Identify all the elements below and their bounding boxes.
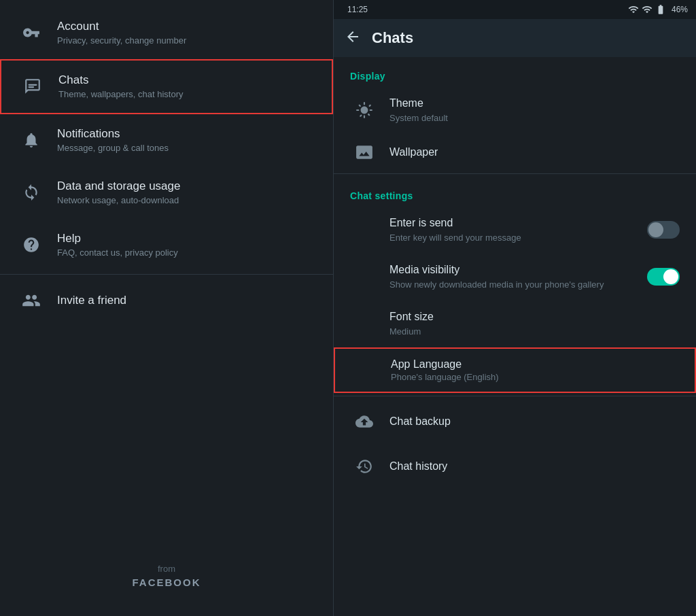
data-storage-text: Data and storage usage Network usage, au… (57, 179, 317, 207)
help-icon (16, 236, 46, 254)
status-icons: 46% (628, 4, 688, 15)
theme-text: Theme System default (389, 97, 680, 124)
account-subtitle: Privacy, security, change number (57, 35, 317, 47)
chat-history-title: Chat history (389, 460, 680, 474)
help-text: Help FAQ, contact us, privacy policy (57, 231, 317, 259)
enter-is-send-subtitle: Enter key will send your message (389, 232, 647, 244)
from-facebook-footer: from FACEBOOK (0, 543, 333, 616)
wallpaper-text: Wallpaper (389, 146, 680, 160)
svg-rect-0 (29, 84, 37, 86)
chat-settings-section-label: Chat settings (334, 177, 696, 207)
wifi-icon (642, 4, 652, 15)
app-language-subtitle: Phone's language (English) (391, 372, 678, 382)
left-settings-panel: Account Privacy, security, change number… (0, 0, 333, 616)
page-title: Chats (372, 29, 413, 47)
data-storage-title: Data and storage usage (57, 179, 317, 194)
theme-subtitle: System default (389, 112, 680, 124)
wallpaper-title: Wallpaper (389, 146, 680, 160)
people-icon (16, 291, 46, 310)
left-divider (0, 274, 333, 275)
chats-subtitle: Theme, wallpapers, chat history (58, 89, 315, 101)
media-visibility-item[interactable]: Media visibility Show newly downloaded m… (334, 254, 696, 301)
chats-title: Chats (58, 73, 315, 88)
svg-rect-1 (29, 86, 35, 88)
enter-is-send-text: Enter is send Enter key will send your m… (389, 216, 647, 244)
media-visibility-subtitle: Show newly downloaded media in your phon… (389, 279, 647, 291)
media-visibility-toggle[interactable] (647, 268, 680, 286)
data-storage-subtitle: Network usage, auto-download (57, 195, 317, 207)
font-size-title: Font size (389, 310, 680, 324)
data-icon (16, 184, 46, 201)
invite-title: Invite a friend (57, 294, 126, 307)
right-panel-header: Chats (334, 19, 696, 57)
status-time: 11:25 (347, 5, 368, 14)
chat-backup-title: Chat backup (389, 415, 680, 429)
key-icon (16, 24, 46, 41)
right-chats-settings-panel: 11:25 46% Chats Display (333, 0, 696, 616)
help-subtitle: FAQ, contact us, privacy policy (57, 247, 317, 259)
upload-icon (350, 413, 379, 430)
account-title: Account (57, 19, 317, 34)
font-size-item[interactable]: Font size Medium (334, 301, 696, 347)
account-text: Account Privacy, security, change number (57, 19, 317, 47)
signal-icon (628, 4, 639, 15)
chat-backup-text: Chat backup (389, 415, 680, 429)
chat-icon (18, 78, 48, 95)
notifications-subtitle: Message, group & call tones (57, 143, 317, 154)
enter-is-send-toggle[interactable] (647, 221, 680, 239)
sidebar-item-account[interactable]: Account Privacy, security, change number (0, 7, 333, 59)
sidebar-item-notifications[interactable]: Notifications Message, group & call tone… (0, 114, 333, 167)
battery-icon (655, 4, 666, 15)
enter-is-send-item[interactable]: Enter is send Enter key will send your m… (334, 207, 696, 254)
settings-divider (334, 396, 696, 396)
chat-history-text: Chat history (389, 460, 680, 474)
media-visibility-title: Media visibility (389, 263, 647, 277)
app-language-title: App Language (391, 358, 678, 371)
sidebar-item-invite[interactable]: Invite a friend (0, 277, 333, 324)
battery-level: 46% (672, 5, 688, 14)
app-language-item[interactable]: App Language Phone's language (English) (334, 347, 696, 393)
from-label: from (0, 564, 333, 574)
notifications-title: Notifications (57, 126, 317, 141)
theme-title: Theme (389, 97, 680, 111)
brightness-icon (350, 101, 379, 119)
display-section-label: Display (334, 57, 696, 87)
bell-icon (16, 131, 46, 149)
enter-is-send-title: Enter is send (389, 216, 647, 230)
wallpaper-item[interactable]: Wallpaper (334, 134, 696, 171)
back-button[interactable] (345, 29, 361, 48)
sidebar-item-help[interactable]: Help FAQ, contact us, privacy policy (0, 219, 333, 271)
history-icon (350, 458, 379, 475)
sidebar-item-data-storage[interactable]: Data and storage usage Network usage, au… (0, 167, 333, 219)
chats-text: Chats Theme, wallpapers, chat history (58, 73, 315, 101)
help-title: Help (57, 231, 317, 246)
media-visibility-text: Media visibility Show newly downloaded m… (389, 263, 647, 291)
facebook-brand-label: FACEBOOK (132, 577, 201, 588)
notifications-text: Notifications Message, group & call tone… (57, 126, 317, 154)
chat-history-item[interactable]: Chat history (334, 444, 696, 489)
display-divider (334, 173, 696, 174)
status-bar: 11:25 46% (334, 0, 696, 19)
sidebar-item-chats[interactable]: Chats Theme, wallpapers, chat history (0, 59, 333, 114)
font-size-text: Font size Medium (389, 310, 680, 338)
chat-backup-item[interactable]: Chat backup (334, 399, 696, 444)
font-size-subtitle: Medium (389, 326, 680, 338)
theme-item[interactable]: Theme System default (334, 87, 696, 134)
wallpaper-icon (350, 143, 379, 161)
